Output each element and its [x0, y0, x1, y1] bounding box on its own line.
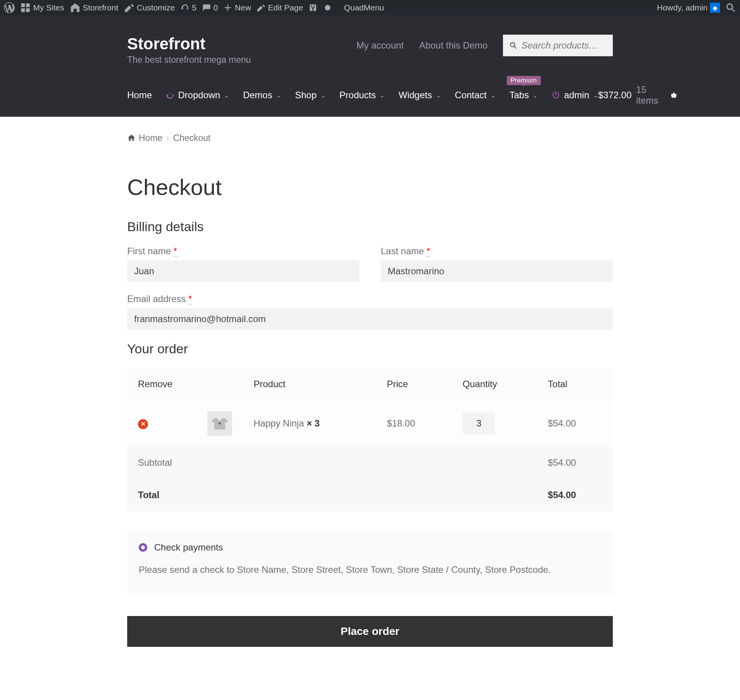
comments-link[interactable]: 0: [202, 3, 218, 12]
nav-demos[interactable]: Demos⌄: [243, 90, 281, 101]
payment-radio[interactable]: [139, 543, 147, 552]
nav-widgets[interactable]: Widgets⌄: [399, 90, 441, 101]
total-label: Total: [127, 479, 537, 511]
cart-total: $372.00: [598, 90, 632, 101]
nav-products[interactable]: Products⌄: [340, 90, 385, 101]
order-table: Remove Product Price Quantity Total ✕ Ha…: [127, 368, 613, 511]
yoast-icon[interactable]: [308, 3, 318, 12]
site-title[interactable]: Storefront: [127, 35, 251, 53]
svg-point-0: [325, 5, 330, 10]
howdy-label: Howdy, admin: [657, 3, 708, 12]
email-input[interactable]: [127, 308, 613, 330]
col-price: Price: [376, 368, 452, 400]
circle-icon[interactable]: [323, 3, 332, 12]
about-demo-link[interactable]: About this Demo: [419, 40, 488, 51]
payment-box: Check payments Please send a check to St…: [127, 530, 613, 594]
remove-button[interactable]: ✕: [138, 419, 148, 429]
first-name-input[interactable]: [127, 260, 359, 282]
chevron-down-icon: ⌄: [593, 92, 598, 99]
customize-link[interactable]: Customize: [124, 2, 175, 13]
chevron-down-icon: ⌄: [436, 92, 441, 99]
required-mark: *: [427, 246, 430, 257]
product-total: $54.00: [537, 400, 613, 447]
nav-contact[interactable]: Contact⌄: [455, 90, 496, 101]
last-name-input[interactable]: [381, 260, 613, 282]
nav-dropdown[interactable]: Dropdown⌄: [166, 90, 229, 101]
product-thumb[interactable]: [207, 411, 232, 436]
new-link[interactable]: New: [223, 3, 251, 12]
basket-icon: [670, 90, 678, 100]
search-input[interactable]: [503, 35, 613, 56]
last-name-field: Last name *: [381, 246, 613, 282]
my-sites-link[interactable]: My Sites: [20, 2, 64, 13]
nav-home[interactable]: Home: [127, 90, 152, 101]
payment-method[interactable]: Check payments: [154, 542, 223, 553]
nav-home-label: Home: [127, 90, 152, 101]
nav-products-label: Products: [340, 90, 376, 101]
email-field: Email address *: [127, 294, 613, 330]
howdy-link[interactable]: Howdy, admin◆: [657, 3, 720, 13]
wp-logo[interactable]: [4, 2, 15, 13]
product-search: [503, 35, 613, 56]
required-mark: *: [188, 294, 192, 304]
my-sites-label: My Sites: [33, 3, 64, 12]
site-link[interactable]: Storefront: [70, 2, 118, 13]
site-header: Storefront The best storefront mega menu…: [0, 15, 740, 117]
last-name-label: Last name *: [381, 246, 613, 257]
nav-shop[interactable]: Shop⌄: [295, 90, 325, 101]
first-name-field: First name *: [127, 246, 359, 282]
nav-tabs-label: Tabs: [510, 90, 529, 101]
product-name[interactable]: Happy Ninja: [254, 418, 304, 428]
cart-link[interactable]: $372.00 15 items: [598, 84, 678, 106]
home-icon: [127, 134, 136, 142]
updates-count: 5: [192, 3, 197, 12]
quadmenu-label: QuadMenu: [344, 3, 384, 12]
required-mark: *: [173, 246, 177, 257]
my-account-link[interactable]: My account: [357, 40, 404, 51]
nav-shop-label: Shop: [295, 90, 316, 101]
col-product: Product: [243, 368, 376, 400]
table-row: ✕ Happy Ninja × 3 $18.00 $54.00: [127, 400, 613, 447]
nav-tabs[interactable]: PremiumTabs⌄: [510, 90, 538, 101]
email-label: Email address *: [127, 294, 613, 304]
chevron-down-icon: ⌄: [224, 92, 229, 99]
power-icon: [552, 91, 560, 99]
branding: Storefront The best storefront mega menu: [127, 35, 251, 65]
breadcrumb-separator: ›: [166, 133, 169, 143]
qty-input[interactable]: [462, 413, 495, 434]
edit-link[interactable]: Edit Page: [256, 3, 303, 12]
col-qty: Quantity: [452, 368, 537, 400]
anchor-icon: [166, 91, 174, 99]
payment-desc: Please send a check to Store Name, Store…: [127, 564, 613, 594]
breadcrumb-current: Checkout: [173, 133, 210, 143]
col-remove: Remove: [127, 368, 197, 400]
quadmenu-link[interactable]: QuadMenu: [344, 3, 384, 12]
nav-demos-label: Demos: [243, 90, 272, 101]
subtotal-label: Subtotal: [127, 447, 537, 479]
chevron-down-icon: ⌄: [533, 92, 538, 99]
total-value: $54.00: [537, 479, 613, 511]
chevron-down-icon: ⌄: [380, 92, 385, 99]
order-heading: Your order: [127, 341, 613, 356]
subtotal-value: $54.00: [537, 447, 613, 479]
nav-admin-label: admin: [564, 90, 589, 101]
product-xqty: × 3: [306, 418, 320, 428]
top-links: My account About this Demo: [357, 35, 613, 56]
search-icon[interactable]: [725, 2, 736, 13]
place-order-button[interactable]: Place order: [127, 616, 613, 647]
main-nav: Home Dropdown⌄ Demos⌄ Shop⌄ Products⌄ Wi…: [0, 77, 740, 117]
breadcrumb: Home›Checkout: [127, 128, 613, 159]
nav-admin[interactable]: admin⌄: [552, 90, 598, 101]
edit-label: Edit Page: [268, 3, 303, 12]
nav-dropdown-label: Dropdown: [178, 90, 220, 101]
first-name-label: First name *: [127, 246, 359, 257]
site-label: Storefront: [83, 3, 118, 12]
col-thumb: [197, 368, 243, 400]
tagline: The best storefront mega menu: [127, 55, 251, 65]
svg-point-1: [219, 422, 221, 425]
premium-badge: Premium: [507, 76, 541, 85]
avatar-icon: ◆: [710, 3, 720, 13]
updates-link[interactable]: 5: [180, 3, 197, 12]
product-price: $18.00: [376, 400, 452, 447]
breadcrumb-home[interactable]: Home: [139, 133, 162, 143]
